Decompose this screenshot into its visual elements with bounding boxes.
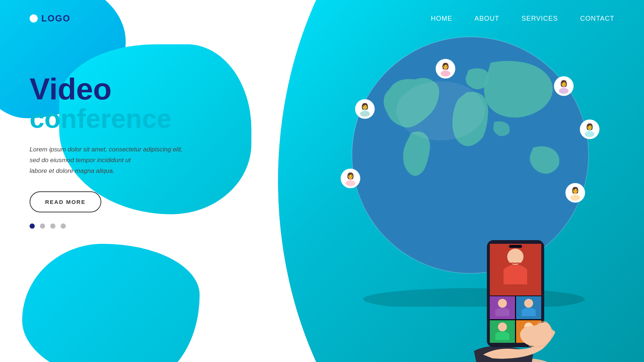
bg-blob-bottomleft <box>22 244 200 362</box>
phone-svg <box>452 196 577 362</box>
svg-point-6 <box>441 71 450 76</box>
svg-point-26 <box>585 131 594 137</box>
logo-area: LOGO <box>30 13 71 24</box>
svg-text:👩: 👩 <box>361 103 369 110</box>
avatar-pin-6: 👩 <box>580 119 600 141</box>
svg-text:👩: 👩 <box>572 187 579 194</box>
svg-point-3 <box>396 81 485 140</box>
svg-point-36 <box>498 299 507 308</box>
avatar-pin-3: 👩 <box>554 76 574 98</box>
headline-line1: Video <box>30 74 183 104</box>
header: LOGO HOME ABOUT SERVICES CONTACT <box>0 0 644 37</box>
nav-services[interactable]: SERVICES <box>522 15 558 23</box>
svg-rect-43 <box>509 245 522 248</box>
avatar-pin-1: 👩 <box>435 59 455 80</box>
hero-content: Video conference Lorem ipsum dolor sit a… <box>30 74 183 229</box>
nav-contact[interactable]: CONTACT <box>580 15 614 23</box>
svg-text:👩: 👩 <box>442 62 449 69</box>
logo-dot-icon <box>30 14 38 23</box>
svg-text:👩: 👩 <box>347 172 354 179</box>
read-more-button[interactable]: READ MORE <box>30 191 101 212</box>
nav: HOME ABOUT SERVICES CONTACT <box>431 15 614 23</box>
svg-point-14 <box>559 88 569 94</box>
phone-illustration <box>452 196 563 351</box>
dot-1[interactable] <box>30 223 35 229</box>
nav-about[interactable]: ABOUT <box>475 15 499 23</box>
carousel-dots <box>30 223 183 229</box>
dot-3[interactable] <box>50 223 55 229</box>
svg-text:👩: 👩 <box>560 80 567 87</box>
svg-point-40 <box>498 322 507 331</box>
avatar-pin-2: 👩 <box>355 99 375 120</box>
avatar-pin-4: 👩 <box>340 168 360 190</box>
svg-point-34 <box>507 249 523 265</box>
svg-point-38 <box>524 299 533 308</box>
svg-point-18 <box>346 180 355 186</box>
svg-point-10 <box>360 111 370 117</box>
headline-line2: conference <box>30 104 183 133</box>
nav-home[interactable]: HOME <box>431 15 453 23</box>
logo-text: LOGO <box>41 13 71 24</box>
dot-2[interactable] <box>40 223 45 229</box>
dot-4[interactable] <box>61 223 66 229</box>
svg-text:👩: 👩 <box>586 123 593 130</box>
description: Lorem ipsum dolor sit amet, consectetur … <box>30 144 183 177</box>
